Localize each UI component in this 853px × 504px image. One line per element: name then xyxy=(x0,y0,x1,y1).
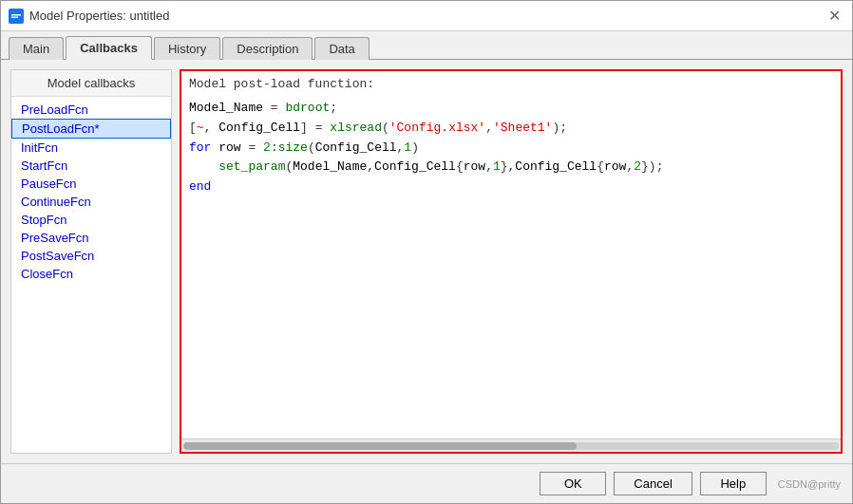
content-area: Model callbacks PreLoadFcn PostLoadFcn* … xyxy=(1,60,852,463)
code-editor[interactable]: Model_Name = bdroot; [~, Config_Cell] = … xyxy=(181,95,841,439)
window-title: Model Properties: untitled xyxy=(29,9,169,23)
footer: OK Cancel Help CSDN@pritty xyxy=(1,463,852,503)
cancel-button[interactable]: Cancel xyxy=(614,472,692,495)
left-panel: Model callbacks PreLoadFcn PostLoadFcn* … xyxy=(10,69,172,454)
main-window: Model Properties: untitled ✕ Main Callba… xyxy=(0,0,853,504)
title-bar-left: Model Properties: untitled xyxy=(9,9,169,24)
svg-rect-2 xyxy=(11,16,18,18)
code-label: Model post-load function: xyxy=(181,71,841,95)
svg-rect-1 xyxy=(11,14,21,16)
scrollbar-thumb xyxy=(183,442,577,450)
callback-preloadfcn[interactable]: PreLoadFcn xyxy=(11,101,171,119)
right-panel: Model post-load function: Model_Name = b… xyxy=(180,69,843,454)
tab-main[interactable]: Main xyxy=(9,37,64,60)
tab-history[interactable]: History xyxy=(154,37,220,60)
tab-callbacks[interactable]: Callbacks xyxy=(66,36,152,60)
window-icon xyxy=(9,9,24,24)
callback-startfcn[interactable]: StartFcn xyxy=(11,157,171,175)
callback-continuefcn[interactable]: ContinueFcn xyxy=(11,193,171,211)
callback-postloadfcn[interactable]: PostLoadFcn* xyxy=(11,119,171,139)
tab-description[interactable]: Description xyxy=(222,37,313,60)
callback-initfcn[interactable]: InitFcn xyxy=(11,139,171,157)
callback-stopfcn[interactable]: StopFcn xyxy=(11,211,171,229)
callback-postsavefcn[interactable]: PostSaveFcn xyxy=(11,247,171,265)
scrollbar-track xyxy=(183,442,839,450)
tab-data[interactable]: Data xyxy=(314,37,369,60)
tab-bar: Main Callbacks History Description Data xyxy=(1,31,852,60)
callback-presavefcn[interactable]: PreSaveFcn xyxy=(11,229,171,247)
help-button[interactable]: Help xyxy=(700,472,767,495)
callback-pausefcn[interactable]: PauseFcn xyxy=(11,175,171,193)
left-panel-header: Model callbacks xyxy=(11,70,171,97)
callback-closefcn[interactable]: CloseFcn xyxy=(11,265,171,283)
ok-button[interactable]: OK xyxy=(540,472,606,495)
title-bar: Model Properties: untitled ✕ xyxy=(1,1,852,31)
callback-list: PreLoadFcn PostLoadFcn* InitFcn StartFcn… xyxy=(11,97,171,287)
horizontal-scrollbar[interactable] xyxy=(181,439,841,452)
watermark-text: CSDN@pritty xyxy=(778,478,841,490)
svg-rect-0 xyxy=(10,10,22,22)
close-button[interactable]: ✕ xyxy=(825,9,844,24)
